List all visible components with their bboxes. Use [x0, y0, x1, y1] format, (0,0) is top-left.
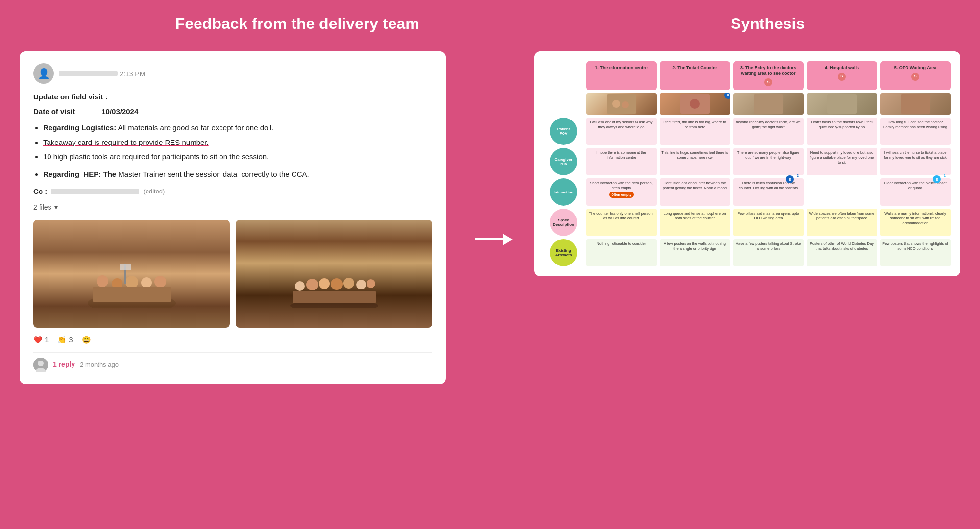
- feedback-panel: 👤 2:13 PM Update on field visit : Date o…: [20, 51, 446, 384]
- col-header-2: 2. The Ticket Counter: [660, 61, 730, 90]
- reaction-clap[interactable]: 👏3: [57, 334, 73, 346]
- thumb-3: [733, 93, 804, 115]
- patient-cell-5: How long till I can see the doctor? Fami…: [880, 118, 951, 145]
- caregiver-pov-label: CaregiverPOV: [550, 148, 577, 175]
- svg-point-16: [367, 279, 375, 288]
- svg-point-25: [690, 99, 700, 109]
- interaction-cell-2: Confusion and encounter between the pati…: [660, 178, 730, 206]
- files-count: 2 files: [33, 202, 51, 214]
- row-label-interaction: Interaction: [544, 178, 583, 206]
- artefact-cell-3: Have a few posters talking about Stroke …: [733, 239, 804, 266]
- row-label-caregiver: CaregiverPOV: [544, 148, 583, 175]
- grid-corner: [544, 61, 583, 90]
- timestamp: 2:13 PM: [120, 70, 145, 78]
- artefact-cell-4: Posters of other of World Diabetes Day t…: [807, 239, 877, 266]
- col-header-1: 1. The information centre: [586, 61, 657, 90]
- date-label: Date of visit: [33, 107, 75, 116]
- space-cell-4: Wide spaces are often taken from some pa…: [807, 209, 877, 236]
- svg-rect-27: [827, 94, 857, 114]
- date-colon: [77, 107, 99, 116]
- interaction-cell-4: [807, 178, 877, 206]
- patient-pov-label: PatientPOV: [550, 118, 577, 145]
- reaction-smile[interactable]: 😄: [82, 334, 91, 346]
- thumb-4: [807, 93, 877, 115]
- space-cell-3: Few pillars and main area opens upto OPD…: [733, 209, 804, 236]
- photo-row-label: [544, 93, 583, 115]
- thumb-1: [586, 93, 657, 115]
- bullet-2: Takeaway card is required to provide RES…: [43, 136, 432, 149]
- photo-2: [236, 220, 432, 328]
- svg-point-13: [331, 278, 343, 290]
- space-description-label: SpaceDescription: [550, 209, 577, 236]
- arrow-container: [475, 51, 505, 240]
- reply-count[interactable]: 1 reply: [53, 359, 75, 371]
- chat-card: 👤 2:13 PM Update on field visit : Date o…: [20, 51, 446, 384]
- col-header-3: 3. The Entry to the doctors waiting area…: [733, 61, 804, 90]
- artefact-cell-1: Nothing noticeable to consider: [586, 239, 657, 266]
- caregiver-cell-5: I will search the nurse to ticket a plac…: [880, 148, 951, 175]
- svg-point-11: [306, 279, 318, 290]
- svg-point-1: [97, 275, 108, 287]
- cc-label: Cc :: [33, 185, 47, 198]
- sender-name: [59, 71, 118, 76]
- svg-point-23: [622, 101, 629, 108]
- bullet-list: Regarding Logistics: All materials are g…: [43, 121, 432, 180]
- reactions-row: ❤️1 👏3 😄: [33, 334, 432, 346]
- col-header-4: 4. Hospital walls S: [807, 61, 877, 90]
- row-label-patient: PatientPOV: [544, 118, 583, 145]
- patient-cell-4: I can't focus on the doctors now. I feel…: [807, 118, 877, 145]
- cc-email: [51, 189, 139, 194]
- caregiver-cell-4: Need to support my loved one but also fi…: [807, 148, 877, 175]
- right-section-title: Synthesis: [731, 15, 805, 33]
- board-grid: 1. The information centre 2. The Ticket …: [544, 61, 951, 266]
- thumb-2: E 2: [660, 93, 730, 115]
- artefact-cell-5: Few posters that shows the highlights of…: [880, 239, 951, 266]
- cc-line: Cc : (edited): [33, 185, 432, 198]
- patient-cell-1: I will ask one of my seniors to ask why …: [586, 118, 657, 145]
- synthesis-board: 1. The information centre 2. The Ticket …: [534, 51, 960, 276]
- svg-point-3: [125, 276, 138, 289]
- photos-row: [33, 220, 432, 328]
- interaction-cell-1: Short interaction with the desk person, …: [586, 178, 657, 206]
- existing-artefacts-label: ExistingArtefacts: [550, 239, 577, 266]
- svg-rect-6: [93, 287, 171, 302]
- reply-time: 2 months ago: [80, 360, 119, 370]
- svg-rect-17: [293, 291, 376, 303]
- svg-point-4: [141, 277, 152, 288]
- svg-point-22: [612, 100, 620, 108]
- synthesis-panel: 1. The information centre 2. The Ticket …: [534, 51, 960, 276]
- reaction-heart[interactable]: ❤️1: [33, 334, 49, 346]
- svg-point-19: [38, 361, 44, 366]
- reply-avatar: [33, 358, 48, 372]
- row-label-artefacts: ExistingArtefacts: [544, 239, 583, 266]
- patient-cell-3: beyond reach my doctor's room, are we go…: [733, 118, 804, 145]
- svg-point-12: [319, 278, 330, 289]
- svg-point-5: [154, 276, 166, 288]
- caregiver-cell-1: I hope there is someone at the informati…: [586, 148, 657, 175]
- patient-cell-2: I feel tired, this line is too big, wher…: [660, 118, 730, 145]
- svg-rect-8: [120, 264, 131, 270]
- avatar: 👤: [33, 63, 54, 84]
- space-cell-5: Walls are mainly informational, clearly …: [880, 209, 951, 236]
- row-label-space: SpaceDescription: [544, 209, 583, 236]
- files-row[interactable]: 2 files ▾: [33, 202, 432, 214]
- bullet-1: Regarding Logistics: All materials are g…: [43, 121, 432, 134]
- space-cell-2: Long queue and tense atmosphere on both …: [660, 209, 730, 236]
- thumb-5: [880, 93, 951, 115]
- svg-rect-28: [901, 94, 930, 114]
- chat-body: Update on field visit : Date of visit 10…: [33, 91, 432, 372]
- svg-rect-21: [607, 94, 636, 114]
- date-value: 10/03/2024: [101, 107, 138, 116]
- direction-arrow: [475, 238, 505, 240]
- svg-point-10: [295, 281, 305, 291]
- reply-row: 1 reply 2 months ago: [33, 352, 432, 372]
- edited-label: (edited): [143, 186, 165, 197]
- left-section-title: Feedback from the delivery team: [175, 15, 419, 33]
- caregiver-cell-3: There are so many people, also figure ou…: [733, 148, 804, 175]
- artefact-cell-2: A few posters on the walls but nothing t…: [660, 239, 730, 266]
- dropdown-icon[interactable]: ▾: [54, 202, 58, 214]
- photo-1: [33, 220, 230, 328]
- svg-rect-26: [754, 94, 783, 114]
- svg-point-15: [356, 280, 366, 289]
- bullet-4: Regarding HEP: The Master Trainer sent t…: [43, 168, 432, 181]
